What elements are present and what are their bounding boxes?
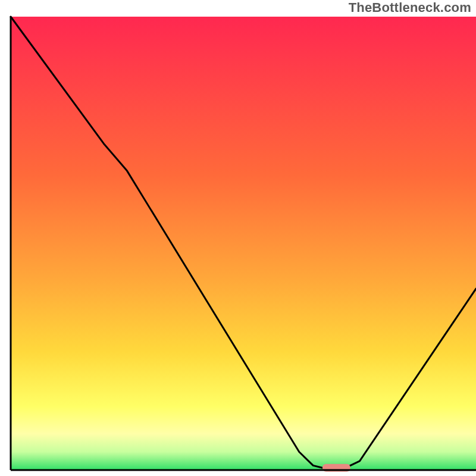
- bottleneck-chart: [0, 0, 476, 476]
- chart-wrap: TheBottleneck.com: [0, 0, 476, 476]
- watermark-text: TheBottleneck.com: [349, 0, 471, 15]
- plot-background: [11, 17, 476, 470]
